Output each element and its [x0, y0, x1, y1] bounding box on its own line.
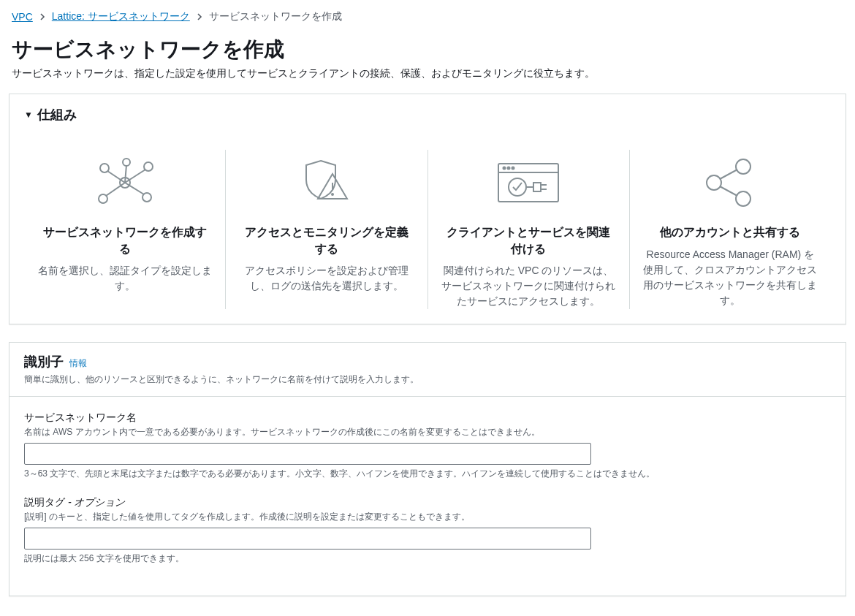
field-description-tag: 説明タグ - オプション [説明] のキーと、指定した値を使用してタグを作成しま…	[24, 496, 831, 565]
identifiers-header: 識別子 情報 簡単に識別し、他のリソースと区別できるように、ネットワークに名前を…	[10, 343, 846, 397]
card-define-access: アクセスとモニタリングを定義する アクセスポリシーを設定および管理し、ログの送信…	[226, 150, 428, 309]
field-label: サービスネットワーク名	[24, 411, 831, 425]
page-description: サービスネットワークは、指定した設定を使用してサービスとクライアントの接続、保護…	[12, 67, 843, 80]
svg-line-25	[720, 186, 737, 196]
field-constraint: 名前は AWS アカウント内で一意である必要があります。サービスネットワークの作…	[24, 426, 831, 438]
breadcrumb-link-lattice[interactable]: Lattice: サービスネットワーク	[52, 10, 190, 23]
card-share: 他のアカウントと共有する Resource Access Manager (RA…	[630, 150, 831, 309]
how-it-works-container: ▼ 仕組み サービスネットワークを作成する	[9, 94, 846, 324]
field-hint: 3～63 文字で、先頭と末尾は文字または数字である必要があります。小文字、数字、…	[24, 468, 831, 480]
breadcrumb: VPC Lattice: サービスネットワーク サービスネットワークを作成	[9, 10, 846, 32]
card-description: 関連付けられた VPC のリソースは、サービスネットワークに関連付けられたサービ…	[441, 263, 616, 309]
chevron-right-icon	[39, 11, 46, 23]
card-title: サービスネットワークを作成する	[37, 224, 212, 257]
page-header: サービスネットワークを作成 サービスネットワークは、指定した設定を使用してサービ…	[9, 32, 846, 94]
label-prefix: 説明タグ	[24, 496, 68, 508]
card-description: Resource Access Manager (RAM) を使用して、クロスア…	[643, 247, 818, 308]
svg-point-21	[736, 159, 750, 174]
field-service-network-name: サービスネットワーク名 名前は AWS アカウント内で一意である必要があります。…	[24, 411, 831, 480]
card-description: アクセスポリシーを設定および管理し、ログの送信先を選択します。	[239, 263, 414, 294]
service-network-name-input[interactable]	[24, 443, 591, 465]
breadcrumb-link-vpc[interactable]: VPC	[12, 11, 33, 23]
field-label: 説明タグ - オプション	[24, 496, 831, 509]
svg-point-22	[736, 191, 750, 206]
svg-point-16	[508, 167, 510, 170]
svg-point-23	[707, 175, 721, 190]
how-it-works-toggle[interactable]: ▼ 仕組み	[10, 94, 846, 135]
how-it-works-cards: サービスネットワークを作成する 名前を選択し、認証タイプを設定します。 アクセス…	[10, 135, 846, 324]
label-optional: - オプション	[68, 496, 126, 508]
card-title: 他のアカウントと共有する	[643, 224, 818, 240]
svg-point-12	[332, 194, 333, 195]
network-graph-icon	[37, 150, 212, 216]
svg-line-24	[720, 170, 737, 179]
share-nodes-icon	[643, 150, 818, 216]
field-hint: 説明には最大 256 文字を使用できます。	[24, 552, 831, 565]
svg-line-9	[125, 183, 144, 194]
identifiers-body: サービスネットワーク名 名前は AWS アカウント内で一意である必要があります。…	[10, 397, 846, 596]
field-constraint: [説明] のキーと、指定した値を使用してタグを作成します。作成後に説明を設定また…	[24, 511, 831, 523]
svg-point-5	[123, 159, 130, 166]
card-title: アクセスとモニタリングを定義する	[239, 224, 414, 257]
svg-line-7	[125, 170, 145, 183]
shield-alert-icon	[239, 150, 414, 216]
chevron-right-icon	[196, 11, 203, 23]
breadcrumb-current: サービスネットワークを作成	[209, 10, 342, 23]
description-tag-input[interactable]	[24, 528, 591, 550]
svg-point-17	[512, 167, 514, 170]
caret-down-icon: ▼	[24, 110, 33, 120]
window-plug-icon	[441, 150, 616, 216]
identifiers-title: 識別子	[24, 353, 64, 370]
card-create-network: サービスネットワークを作成する 名前を選択し、認証タイプを設定します。	[24, 150, 226, 309]
svg-line-8	[106, 183, 125, 196]
card-title: クライアントとサービスを関連付ける	[441, 224, 616, 257]
identifiers-description: 簡単に識別し、他のリソースと区別できるように、ネットワークに名前を付けて説明を入…	[24, 373, 831, 386]
info-link[interactable]: 情報	[69, 357, 87, 370]
identifiers-container: 識別子 情報 簡単に識別し、他のリソースと区別できるように、ネットワークに名前を…	[9, 342, 846, 596]
card-associate: クライアントとサービスを関連付ける 関連付けられた VPC のリソースは、サービ…	[428, 150, 630, 309]
card-description: 名前を選択し、認証タイプを設定します。	[37, 263, 212, 294]
how-it-works-title: 仕組み	[37, 106, 77, 123]
svg-point-15	[503, 167, 506, 170]
svg-line-6	[107, 171, 125, 183]
svg-line-10	[125, 165, 126, 183]
page-title: サービスネットワークを作成	[12, 37, 843, 63]
